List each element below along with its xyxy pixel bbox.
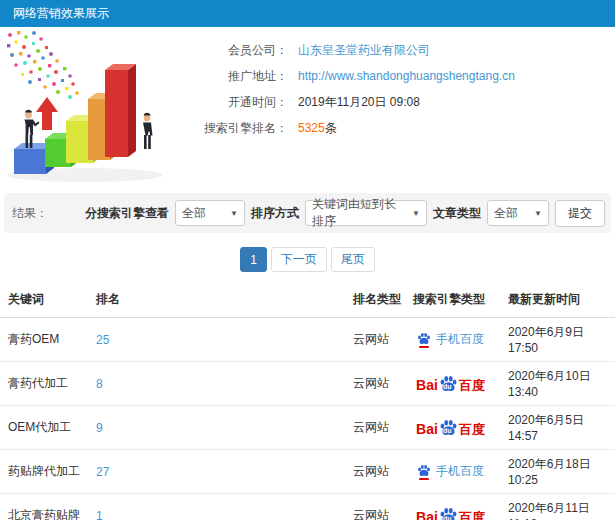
updated-cell: 2020年6月9日 17:50: [500, 318, 615, 362]
company-info: 会员公司： 山东皇圣堂药业有限公司 推广地址： http://www.shand…: [192, 27, 515, 190]
rank-cell: 9: [88, 406, 345, 450]
page-title: 网络营销效果展示: [13, 5, 109, 22]
rank-type-cell: 云网站: [345, 494, 405, 520]
next-page-button[interactable]: 下一页: [271, 247, 327, 272]
baidu-paw-icon: [417, 332, 431, 345]
table-row: 膏药OEM 25 云网站 手机百度: [0, 318, 615, 362]
baidu-du-text: du: [443, 427, 452, 434]
rank-type-cell: 云网站: [345, 450, 405, 494]
sort-filter-label: 排序方式: [251, 205, 299, 222]
header-keyword: 关键词: [0, 282, 88, 318]
company-link[interactable]: 山东皇圣堂药业有限公司: [298, 43, 430, 57]
rank-cell: 1: [88, 494, 345, 520]
businessman-left: [25, 110, 40, 148]
pagination: 1 下一页 尾页: [0, 247, 615, 272]
table-header-row: 关键词 排名 排名类型 搜索引擎类型 最新更新时间: [0, 282, 615, 318]
baidu-bai-text: Bai: [416, 377, 438, 393]
page-1-button[interactable]: 1: [240, 247, 267, 272]
rank-link[interactable]: 9: [96, 421, 103, 435]
engine-filter-select[interactable]: 全部 ▼: [175, 200, 245, 226]
table-row: 膏药代加工 8 云网站 手机百度: [0, 362, 615, 406]
header-rank: 排名: [88, 282, 345, 318]
mobile-baidu-logo: 手机百度: [417, 463, 484, 480]
engine-cell: 手机百度 Bai du 百度: [405, 318, 500, 362]
baidu-paw-icon: [417, 464, 431, 477]
keyword-cell: 膏药OEM: [0, 318, 88, 362]
open-time-label: 开通时间：: [192, 94, 288, 111]
rank-cell: 27: [88, 450, 345, 494]
open-time-value: 2019年11月20日 09:08: [298, 94, 420, 111]
baidu-logo: Bai du 百度: [416, 375, 485, 393]
rank-type-cell: 云网站: [345, 362, 405, 406]
sort-filter-value: 关键词由短到长排序: [312, 196, 406, 230]
baidu-bai-text: Bai: [416, 421, 438, 437]
result-label: 结果：: [12, 205, 48, 222]
article-type-label: 文章类型: [433, 205, 481, 222]
keyword-cell: OEM代加工: [0, 406, 88, 450]
info-row-company: 会员公司： 山东皇圣堂药业有限公司: [192, 37, 515, 63]
engine-cell: 手机百度 Bai du 百度: [405, 494, 500, 520]
rank-count-suffix: 条: [325, 121, 337, 135]
rank-count-label: 搜索引擎排名：: [192, 120, 288, 137]
rank-type-cell: 云网站: [345, 406, 405, 450]
rank-type-cell: 云网站: [345, 318, 405, 362]
table-row: OEM代加工 9 云网站 手机百度: [0, 406, 615, 450]
chevron-down-icon: ▼: [534, 209, 542, 218]
confetti-dots: [7, 31, 79, 99]
company-label: 会员公司：: [192, 42, 288, 59]
submit-button[interactable]: 提交: [555, 200, 605, 227]
page-header: 网络营销效果展示: [0, 0, 615, 27]
chevron-down-icon: ▼: [412, 209, 420, 218]
rank-link[interactable]: 8: [96, 377, 103, 391]
baidu-suffix-text: 百度: [459, 378, 485, 393]
rank-count-value: 5325: [298, 121, 325, 135]
filter-bar: 结果： 分搜索引擎查看 全部 ▼ 排序方式 关键词由短到长排序 ▼ 文章类型 全…: [4, 193, 611, 233]
baidu-du-text: du: [443, 383, 452, 390]
chevron-down-icon: ▼: [230, 209, 238, 218]
baidu-suffix-text: 百度: [459, 422, 485, 437]
rank-link[interactable]: 27: [96, 465, 109, 479]
bar-red: [105, 64, 136, 157]
table-row: 药贴牌代加工 27 云网站 手机百度: [0, 450, 615, 494]
keyword-cell: 膏药代加工: [0, 362, 88, 406]
keyword-cell: 北京膏药贴牌: [0, 494, 88, 520]
url-label: 推广地址：: [192, 68, 288, 85]
mobile-baidu-label: 手机百度: [436, 331, 484, 348]
rank-link[interactable]: 1: [96, 509, 103, 520]
updated-cell: 2020年6月11日 11:18: [500, 494, 615, 520]
results-table: 关键词 排名 排名类型 搜索引擎类型 最新更新时间 膏药OEM 25 云网站: [0, 282, 615, 520]
keyword-cell: 药贴牌代加工: [0, 450, 88, 494]
info-row-rank-count: 搜索引擎排名： 5325条: [192, 115, 515, 141]
engine-cell: 手机百度 Bai du 百度: [405, 362, 500, 406]
baidu-suffix-text: 百度: [459, 510, 485, 520]
info-row-open-time: 开通时间： 2019年11月20日 09:08: [192, 89, 515, 115]
page: 网络营销效果展示: [0, 0, 615, 520]
header-rank-type: 排名类型: [345, 282, 405, 318]
article-type-select[interactable]: 全部 ▼: [487, 200, 549, 226]
filter-controls: 分搜索引擎查看 全部 ▼ 排序方式 关键词由短到长排序 ▼ 文章类型 全部 ▼ …: [85, 200, 605, 227]
sort-filter-select[interactable]: 关键词由短到长排序 ▼: [305, 200, 427, 226]
growth-chart-illustration: [0, 27, 192, 187]
table-body: 膏药OEM 25 云网站 手机百度: [0, 318, 615, 520]
businessman-right: [143, 113, 153, 149]
header-updated: 最新更新时间: [500, 282, 615, 318]
baidu-du-text: du: [443, 515, 452, 520]
rank-link[interactable]: 25: [96, 333, 109, 347]
paw-underline: [419, 346, 429, 348]
mobile-baidu-logo: 手机百度: [417, 331, 484, 348]
baidu-logo: Bai du 百度: [416, 507, 485, 520]
info-row-url: 推广地址： http://www.shandonghuangshengtang.…: [192, 63, 515, 89]
article-type-value: 全部: [494, 205, 518, 222]
updated-cell: 2020年6月10日 13:40: [500, 362, 615, 406]
promotion-url-link[interactable]: http://www.shandonghuangshengtang.cn: [298, 69, 515, 83]
last-page-button[interactable]: 尾页: [331, 247, 375, 272]
info-section: 会员公司： 山东皇圣堂药业有限公司 推广地址： http://www.shand…: [0, 27, 615, 190]
header-engine-type: 搜索引擎类型: [405, 282, 500, 318]
rank-cell: 25: [88, 318, 345, 362]
engine-filter-label: 分搜索引擎查看: [85, 205, 169, 222]
engine-filter-value: 全部: [182, 205, 206, 222]
rank-cell: 8: [88, 362, 345, 406]
engine-cell: 手机百度 Bai du 百度: [405, 406, 500, 450]
baidu-bai-text: Bai: [416, 509, 438, 520]
growth-arrow: [36, 97, 58, 130]
